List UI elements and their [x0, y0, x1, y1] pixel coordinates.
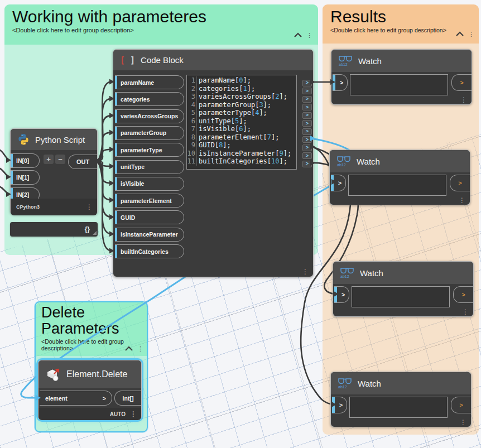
node-menu-icon[interactable]: ⋮ [462, 308, 469, 316]
output-port-int[interactable]: int[] [114, 391, 141, 406]
code-block-output-port-3[interactable]: > [302, 104, 312, 110]
watch-input-port[interactable]: > [334, 286, 349, 303]
code-block-output-port-0[interactable]: > [302, 80, 312, 86]
watch-input-port[interactable]: > [332, 397, 347, 413]
input-port-in0[interactable]: IN[0] [11, 153, 40, 168]
code-block-icon: [ ] [120, 55, 135, 65]
connected-port-stripe [115, 76, 117, 89]
port-arrow: > [103, 395, 106, 402]
code-line: 11builtInCategories[10]; [187, 157, 296, 166]
code-block-input-GUID[interactable]: GUID [115, 210, 184, 224]
code-block-input-isVisible[interactable]: isVisible [115, 177, 184, 191]
node-title: Python Script [35, 135, 85, 144]
node-menu-icon[interactable]: ⋮ [460, 418, 466, 426]
code-block-input-categories[interactable]: categories [115, 92, 184, 106]
node-title: Code Block [141, 55, 184, 65]
watch-output-port[interactable]: > [451, 397, 471, 413]
port-arrow: > [458, 180, 461, 186]
group-title: Results [330, 8, 471, 26]
input-port-in1[interactable]: IN[1] [11, 170, 40, 185]
code-block-input-paramName[interactable]: paramName [115, 75, 184, 89]
group-menu-icon[interactable]: ⋮ [306, 33, 312, 38]
node-python-script[interactable]: Python Script IN[0] IN[1] IN[2] + − OUT … [10, 128, 98, 215]
group-menu-icon[interactable]: ⋮ [468, 32, 474, 37]
code-block-output-port-1[interactable]: > [302, 88, 312, 94]
add-input-button[interactable]: + [44, 155, 54, 164]
code-block-output-port-2[interactable]: > [302, 96, 312, 103]
connected-port-stripe [11, 154, 13, 167]
dynamo-canvas[interactable]: Working with parameteres <Double click h… [0, 0, 481, 448]
port-label: IN[0] [16, 157, 29, 164]
code-block-input-isInstanceParameter[interactable]: isInstanceParameter [115, 228, 184, 242]
preview-value: {} [85, 225, 90, 233]
node-code-block[interactable]: [ ] Code Block paramNamecategoriesvaries… [113, 49, 314, 277]
code-line: 3variesAcrossGroups[2]; [187, 93, 296, 101]
node-menu-icon[interactable]: ⋮ [460, 96, 467, 104]
watch-icon: ab12 [338, 55, 353, 67]
collapse-group-icon[interactable] [294, 32, 302, 38]
node-body: > > ⋮ [331, 394, 471, 427]
svg-text:ab12: ab12 [338, 385, 347, 389]
node-header[interactable]: ab12 Watch [333, 262, 473, 284]
output-port-out[interactable]: OUT [68, 155, 97, 169]
code-block-input-unitType[interactable]: unitType [115, 160, 184, 174]
watch-output-port[interactable]: > [450, 175, 470, 191]
collapse-group-icon[interactable] [455, 31, 464, 37]
node-element-delete[interactable]: Element.Delete element > int[] AUTO ⋮ [38, 360, 142, 420]
code-block-output-port-10[interactable]: > [302, 161, 312, 167]
resize-grip-icon[interactable] [93, 231, 97, 235]
node-menu-icon[interactable]: ⋮ [86, 203, 93, 211]
code-editor[interactable]: 1paramName[0];2categories[1];3variesAcro… [186, 75, 297, 170]
connected-port-stripe [115, 110, 117, 123]
port-label: paramName [121, 79, 154, 86]
code-block-input-builtInCategories[interactable]: builtInCategories [115, 244, 184, 258]
watch-output-port[interactable]: > [451, 74, 472, 91]
node-header[interactable]: Element.Delete [39, 360, 141, 388]
group-menu-icon[interactable]: ⋮ [137, 346, 143, 351]
group-description[interactable]: <Double click here to edit group descrip… [12, 27, 310, 33]
code-block-output-port-9[interactable]: > [302, 152, 312, 159]
code-line: 4parameterGroup[3]; [187, 101, 296, 109]
code-line: 2categories[1]; [187, 85, 296, 93]
connected-port-stripe [332, 397, 335, 413]
watch-input-port[interactable]: > [331, 175, 346, 191]
code-block-input-parameterGroup[interactable]: parameterGroup [115, 126, 184, 140]
node-header[interactable]: ab12 Watch [330, 150, 470, 172]
group-header[interactable]: Results <Double click here to edit group… [323, 4, 479, 44]
remove-input-button[interactable]: − [55, 155, 65, 164]
code-block-output-port-7[interactable]: > [302, 136, 312, 143]
node-header[interactable]: ab12 Watch [331, 50, 472, 72]
port-label: IN[1] [16, 174, 29, 181]
lacing-label[interactable]: AUTO [110, 411, 126, 417]
watch-input-port[interactable]: > [333, 74, 348, 91]
node-watch-3[interactable]: ab12 Watch > > ⋮ [333, 261, 474, 317]
code-block-output-port-6[interactable]: > [302, 128, 312, 135]
code-line: 10isInstanceParameter[9]; [187, 150, 296, 158]
node-header[interactable]: [ ] Code Block [113, 50, 313, 70]
watch-value-area [349, 397, 448, 418]
python-preview-bubble[interactable]: {} [10, 222, 98, 237]
connected-port-stripe [334, 287, 337, 302]
node-watch-2[interactable]: ab12 Watch > > ⋮ [329, 150, 470, 205]
node-header[interactable]: Python Script [11, 129, 97, 150]
watch-output-port[interactable]: > [453, 286, 473, 303]
node-menu-icon[interactable]: ⋮ [302, 268, 309, 276]
connected-port-stripe [331, 175, 334, 191]
code-block-input-parameterElement[interactable]: parameterElement [115, 194, 184, 208]
group-description[interactable]: <Double click here to edit group descrip… [330, 27, 471, 33]
collapse-group-icon[interactable] [124, 346, 133, 351]
input-port-element[interactable]: element > [40, 391, 112, 406]
group-header[interactable]: Working with parameteres <Double click h… [4, 4, 318, 45]
code-block-input-parameterType[interactable]: parameterType [115, 143, 184, 157]
node-watch-1[interactable]: ab12 Watch > > ⋮ [331, 49, 472, 105]
code-block-output-port-5[interactable]: > [302, 120, 312, 127]
code-block-input-variesAcrossGroups[interactable]: variesAcrossGroups [115, 109, 184, 123]
node-menu-icon[interactable]: ⋮ [459, 196, 465, 204]
port-arrow: > [340, 79, 343, 86]
code-block-output-port-4[interactable]: > [302, 112, 312, 119]
group-header[interactable]: Delete Parameters <Double click here to … [36, 302, 147, 356]
node-header[interactable]: ab12 Watch [331, 372, 471, 394]
node-watch-4[interactable]: ab12 Watch > > ⋮ [330, 372, 472, 427]
node-menu-icon[interactable]: ⋮ [130, 410, 137, 418]
code-block-output-port-8[interactable]: > [302, 144, 312, 151]
